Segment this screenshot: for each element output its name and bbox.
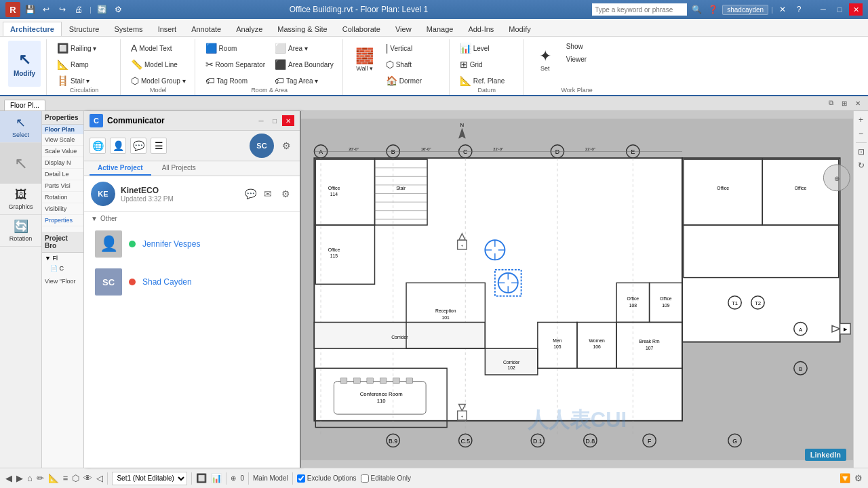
sync-btn[interactable]: 🔄 <box>96 3 109 16</box>
draw-icon[interactable]: ✏ <box>37 473 44 483</box>
zoom-in-btn[interactable]: + <box>855 114 867 126</box>
nav-left-icon[interactable]: ◀ <box>5 473 12 483</box>
editable-only-checkbox-label[interactable]: Editable Only <box>361 474 411 483</box>
tab-massing-site[interactable]: Massing & Site <box>270 22 334 36</box>
tag-area-btn[interactable]: 🏷 Tag Area ▾ <box>271 73 337 88</box>
select-tool[interactable]: ↖ Select <box>0 111 41 143</box>
railing-btn[interactable]: 🔲 Railing ▾ <box>54 41 115 56</box>
list-icon[interactable]: ☰ <box>151 138 167 154</box>
network-icon[interactable]: 🌐 <box>90 138 106 154</box>
modify-btn[interactable]: ↖ Modify <box>8 41 41 87</box>
settings-action-btn[interactable]: ⚙ <box>278 186 293 201</box>
user-menu-btn[interactable]: shadcayden <box>722 5 768 15</box>
filter-icon[interactable]: 🔽 <box>840 473 850 483</box>
expand-icon[interactable]: ◁ <box>96 473 103 483</box>
measure-icon[interactable]: 📐 <box>48 473 59 483</box>
chat-icon[interactable]: 💬 <box>130 138 146 154</box>
print-btn[interactable]: 🖨 <box>72 3 85 16</box>
area-boundary-btn[interactable]: ⬛ Area Boundary <box>271 57 337 72</box>
project-floor-item[interactable]: 📄 C <box>42 264 83 273</box>
search-input[interactable] <box>592 3 687 16</box>
maximize-btn[interactable]: □ <box>833 3 846 16</box>
canvas-area[interactable]: A B C D E Office 114 Office 115 <box>301 111 853 468</box>
tab-all-projects[interactable]: All Projects <box>154 161 204 176</box>
redo-btn[interactable]: ↪ <box>56 3 69 16</box>
dormer-btn[interactable]: 🏠 Dormer <box>382 73 443 88</box>
ref-plane-btn[interactable]: 📐 Ref. Plane <box>456 73 517 88</box>
project-tree-item[interactable]: ▼ Fl <box>42 253 83 264</box>
home-icon[interactable]: ⌂ <box>27 473 33 483</box>
tab-systems[interactable]: Systems <box>106 22 150 36</box>
room-sep-btn[interactable]: ✂ Room Separator <box>202 57 269 72</box>
save-quick-btn[interactable]: 💾 <box>23 3 37 16</box>
minimize-btn[interactable]: ─ <box>816 3 830 16</box>
options-status-icon[interactable]: ⚙ <box>854 473 863 483</box>
user-item-shad[interactable]: SC Shad Cayden <box>84 263 300 301</box>
graphics-tool[interactable]: 🖼 Graphics <box>0 184 41 215</box>
help-search-btn[interactable]: ❓ <box>706 3 719 16</box>
detail-icon[interactable]: 🔲 <box>196 473 207 483</box>
close-view-btn[interactable]: ✕ <box>852 97 864 109</box>
tab-manage[interactable]: Manage <box>419 22 461 36</box>
undo-btn[interactable]: ↩ <box>39 3 53 16</box>
user-avatar[interactable]: SC <box>250 134 274 158</box>
tab-structure[interactable]: Structure <box>62 22 107 36</box>
tab-annotate[interactable]: Annotate <box>184 22 229 36</box>
view-tab-floorplan[interactable]: Floor Pl... <box>4 100 45 110</box>
help-btn[interactable]: ? <box>792 3 806 16</box>
comm-restore-btn[interactable]: □ <box>269 115 281 126</box>
model-group-btn[interactable]: ⬡ Model Group ▾ <box>127 73 189 88</box>
tile-btn[interactable]: ⊞ <box>838 97 850 109</box>
close-comm-btn[interactable]: ✕ <box>776 3 789 16</box>
tab-collaborate[interactable]: Collaborate <box>335 22 388 36</box>
options-btn[interactable]: ⚙ <box>112 3 125 16</box>
props-properties-link[interactable]: Properties <box>42 215 83 226</box>
tab-analyze[interactable]: Analyze <box>229 22 270 36</box>
exclude-options-checkbox[interactable] <box>297 474 305 483</box>
thin-lines-icon[interactable]: ≡ <box>63 473 68 483</box>
visibility-icon[interactable]: 👁 <box>83 473 92 483</box>
nav-right-icon[interactable]: ▶ <box>16 473 23 483</box>
person-icon[interactable]: 👤 <box>110 138 126 154</box>
tab-active-project[interactable]: Active Project <box>90 161 151 176</box>
close-btn[interactable]: ✕ <box>849 3 863 16</box>
tab-insert[interactable]: Insert <box>151 22 184 36</box>
model-text-btn[interactable]: A Model Text <box>127 41 189 56</box>
comm-close-btn[interactable]: ✕ <box>282 115 294 126</box>
chat-action-btn[interactable]: 💬 <box>243 186 258 201</box>
rotate-view-btn[interactable]: ↻ <box>855 159 867 171</box>
zoom-out-btn[interactable]: − <box>855 127 867 140</box>
cascade-btn[interactable]: ⧉ <box>825 97 837 109</box>
settings-icon[interactable]: ⚙ <box>278 138 294 154</box>
ramp-btn[interactable]: 📐 Ramp <box>54 57 115 72</box>
rotation-tool[interactable]: 🔄 Rotation <box>0 215 41 247</box>
shaft-btn[interactable]: ⬡ Shaft <box>382 57 443 72</box>
tab-architecture[interactable]: Architecture <box>3 22 62 36</box>
level-icon2[interactable]: 📊 <box>211 473 222 483</box>
grid-btn[interactable]: ⊞ Grid <box>456 57 517 72</box>
comm-minimize-btn[interactable]: ─ <box>255 115 267 126</box>
wall-btn[interactable]: 🧱 Wall ▾ <box>350 41 380 80</box>
tab-modify[interactable]: Modify <box>501 22 538 36</box>
show-workplane-btn[interactable]: Show <box>563 41 624 52</box>
model-icon[interactable]: ⬡ <box>72 473 79 483</box>
stair-btn[interactable]: 🪜 Stair ▾ <box>54 73 115 88</box>
comm-group-header[interactable]: ▼ Other <box>84 212 300 225</box>
workset-select[interactable]: Set1 (Not Editable) <box>112 472 187 485</box>
level-btn[interactable]: 📊 Level <box>456 41 517 56</box>
area-btn[interactable]: ⬜ Area ▾ <box>271 41 337 56</box>
model-line-btn[interactable]: 📏 Model Line <box>127 57 189 72</box>
editable-only-checkbox[interactable] <box>361 474 369 483</box>
room-btn[interactable]: 🟦 Room <box>202 41 269 56</box>
user-item-jennifer[interactable]: 👤 Jennifer Vespes <box>84 225 300 263</box>
viewer-btn[interactable]: Viewer <box>563 54 624 65</box>
exclude-options-checkbox-label[interactable]: Exclude Options <box>297 474 357 483</box>
tab-view[interactable]: View <box>388 22 419 36</box>
zoom-fit-btn[interactable]: ⊡ <box>855 146 867 158</box>
tab-addins[interactable]: Add-Ins <box>460 22 501 36</box>
set-btn[interactable]: ✦ Set <box>530 41 560 80</box>
vertical-btn[interactable]: | Vertical <box>382 41 443 56</box>
tag-room-btn[interactable]: 🏷 Tag Room <box>202 73 269 88</box>
email-action-btn[interactable]: ✉ <box>260 186 275 201</box>
search-btn[interactable]: 🔍 <box>690 3 703 16</box>
